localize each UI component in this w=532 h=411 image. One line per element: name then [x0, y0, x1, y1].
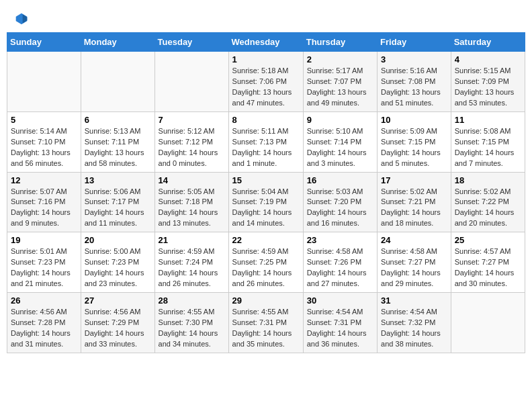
day-number: 4 — [455, 54, 521, 64]
day-info: Sunrise: 5:08 AMSunset: 7:15 PMDaylight:… — [455, 126, 521, 169]
calendar-cell: 20Sunrise: 5:00 AMSunset: 7:23 PMDayligh… — [81, 232, 154, 293]
day-info: Sunrise: 5:03 AMSunset: 7:20 PMDaylight:… — [307, 187, 373, 230]
day-number: 7 — [159, 115, 225, 125]
logo — [13, 12, 31, 26]
day-info: Sunrise: 5:02 AMSunset: 7:21 PMDaylight:… — [381, 187, 447, 230]
calendar-cell — [81, 52, 154, 112]
day-number: 13 — [85, 175, 151, 185]
calendar-week-row: 19Sunrise: 5:01 AMSunset: 7:23 PMDayligh… — [7, 232, 525, 293]
day-number: 10 — [381, 115, 447, 125]
day-info: Sunrise: 5:14 AMSunset: 7:10 PMDaylight:… — [11, 126, 77, 169]
day-number: 31 — [381, 295, 447, 306]
calendar-cell: 5Sunrise: 5:14 AMSunset: 7:10 PMDaylight… — [7, 111, 81, 172]
day-number: 29 — [232, 295, 300, 306]
calendar-cell: 23Sunrise: 4:58 AMSunset: 7:26 PMDayligh… — [303, 232, 377, 293]
day-number: 1 — [232, 54, 300, 64]
calendar-cell: 25Sunrise: 4:57 AMSunset: 7:27 PMDayligh… — [451, 232, 525, 293]
calendar-week-row: 12Sunrise: 5:07 AMSunset: 7:16 PMDayligh… — [7, 172, 525, 232]
calendar-cell: 8Sunrise: 5:11 AMSunset: 7:13 PMDaylight… — [228, 111, 303, 172]
weekday-header-tuesday: Tuesday — [154, 33, 228, 52]
calendar-cell: 15Sunrise: 5:04 AMSunset: 7:19 PMDayligh… — [228, 172, 303, 232]
day-info: Sunrise: 5:18 AMSunset: 7:06 PMDaylight:… — [232, 66, 300, 109]
calendar-cell: 13Sunrise: 5:06 AMSunset: 7:17 PMDayligh… — [81, 172, 154, 232]
calendar-cell: 26Sunrise: 4:56 AMSunset: 7:28 PMDayligh… — [7, 293, 81, 353]
calendar-week-row: 5Sunrise: 5:14 AMSunset: 7:10 PMDaylight… — [7, 111, 525, 172]
calendar-cell: 31Sunrise: 4:54 AMSunset: 7:32 PMDayligh… — [378, 293, 451, 353]
day-info: Sunrise: 5:06 AMSunset: 7:17 PMDaylight:… — [85, 187, 151, 230]
calendar-cell: 19Sunrise: 5:01 AMSunset: 7:23 PMDayligh… — [7, 232, 81, 293]
day-number: 30 — [307, 295, 373, 306]
weekday-header-wednesday: Wednesday — [228, 33, 303, 52]
day-number: 8 — [232, 115, 300, 125]
day-info: Sunrise: 5:05 AMSunset: 7:18 PMDaylight:… — [159, 187, 225, 230]
day-info: Sunrise: 5:17 AMSunset: 7:07 PMDaylight:… — [307, 66, 373, 109]
day-number: 25 — [455, 235, 521, 245]
day-info: Sunrise: 5:00 AMSunset: 7:23 PMDaylight:… — [85, 246, 151, 289]
day-number: 20 — [85, 235, 151, 245]
calendar-week-row: 1Sunrise: 5:18 AMSunset: 7:06 PMDaylight… — [7, 52, 525, 112]
calendar-week-row: 26Sunrise: 4:56 AMSunset: 7:28 PMDayligh… — [7, 293, 525, 353]
day-info: Sunrise: 4:55 AMSunset: 7:31 PMDaylight:… — [232, 307, 300, 350]
day-info: Sunrise: 5:10 AMSunset: 7:14 PMDaylight:… — [307, 126, 373, 169]
day-number: 3 — [381, 54, 447, 64]
day-number: 14 — [159, 175, 225, 185]
calendar-cell: 4Sunrise: 5:15 AMSunset: 7:09 PMDaylight… — [451, 52, 525, 112]
weekday-header-row: SundayMondayTuesdayWednesdayThursdayFrid… — [7, 33, 525, 52]
day-number: 17 — [381, 175, 447, 185]
day-number: 27 — [85, 295, 151, 306]
calendar-cell — [451, 293, 525, 353]
day-number: 11 — [455, 115, 521, 125]
day-number: 22 — [232, 235, 300, 245]
weekday-header-saturday: Saturday — [451, 33, 525, 52]
day-info: Sunrise: 5:11 AMSunset: 7:13 PMDaylight:… — [232, 126, 300, 169]
day-info: Sunrise: 5:04 AMSunset: 7:19 PMDaylight:… — [232, 187, 300, 230]
day-info: Sunrise: 4:57 AMSunset: 7:27 PMDaylight:… — [455, 246, 521, 289]
day-info: Sunrise: 5:15 AMSunset: 7:09 PMDaylight:… — [455, 66, 521, 109]
day-number: 5 — [11, 115, 77, 125]
day-number: 23 — [307, 235, 373, 245]
day-number: 16 — [307, 175, 373, 185]
weekday-header-monday: Monday — [81, 33, 154, 52]
day-number: 6 — [85, 115, 151, 125]
day-number: 24 — [381, 235, 447, 245]
day-number: 28 — [159, 295, 225, 306]
calendar-cell: 16Sunrise: 5:03 AMSunset: 7:20 PMDayligh… — [303, 172, 377, 232]
calendar-cell: 14Sunrise: 5:05 AMSunset: 7:18 PMDayligh… — [154, 172, 228, 232]
day-info: Sunrise: 4:56 AMSunset: 7:28 PMDaylight:… — [11, 307, 77, 350]
calendar-cell: 11Sunrise: 5:08 AMSunset: 7:15 PMDayligh… — [451, 111, 525, 172]
calendar-cell — [154, 52, 228, 112]
calendar-cell: 18Sunrise: 5:02 AMSunset: 7:22 PMDayligh… — [451, 172, 525, 232]
day-number: 18 — [455, 175, 521, 185]
weekday-header-thursday: Thursday — [303, 33, 377, 52]
day-info: Sunrise: 5:16 AMSunset: 7:08 PMDaylight:… — [381, 66, 447, 109]
calendar-cell: 21Sunrise: 4:59 AMSunset: 7:24 PMDayligh… — [154, 232, 228, 293]
day-info: Sunrise: 5:07 AMSunset: 7:16 PMDaylight:… — [11, 187, 77, 230]
page-header — [7, 7, 525, 29]
calendar-cell: 30Sunrise: 4:54 AMSunset: 7:31 PMDayligh… — [303, 293, 377, 353]
weekday-header-friday: Friday — [378, 33, 451, 52]
day-info: Sunrise: 4:58 AMSunset: 7:26 PMDaylight:… — [307, 246, 373, 289]
day-number: 26 — [11, 295, 77, 306]
calendar-cell: 9Sunrise: 5:10 AMSunset: 7:14 PMDaylight… — [303, 111, 377, 172]
calendar-cell: 3Sunrise: 5:16 AMSunset: 7:08 PMDaylight… — [378, 52, 451, 112]
calendar-table: SundayMondayTuesdayWednesdayThursdayFrid… — [7, 32, 525, 353]
calendar-cell: 17Sunrise: 5:02 AMSunset: 7:21 PMDayligh… — [378, 172, 451, 232]
day-info: Sunrise: 5:09 AMSunset: 7:15 PMDaylight:… — [381, 126, 447, 169]
day-number: 9 — [307, 115, 373, 125]
calendar-cell: 12Sunrise: 5:07 AMSunset: 7:16 PMDayligh… — [7, 172, 81, 232]
day-info: Sunrise: 5:01 AMSunset: 7:23 PMDaylight:… — [11, 246, 77, 289]
day-info: Sunrise: 4:59 AMSunset: 7:24 PMDaylight:… — [159, 246, 225, 289]
calendar-cell: 2Sunrise: 5:17 AMSunset: 7:07 PMDaylight… — [303, 52, 377, 112]
day-info: Sunrise: 5:12 AMSunset: 7:12 PMDaylight:… — [159, 126, 225, 169]
day-info: Sunrise: 4:54 AMSunset: 7:32 PMDaylight:… — [381, 307, 447, 350]
day-number: 21 — [159, 235, 225, 245]
logo-icon — [15, 12, 28, 26]
calendar-cell: 27Sunrise: 4:56 AMSunset: 7:29 PMDayligh… — [81, 293, 154, 353]
day-number: 2 — [307, 54, 373, 64]
calendar-cell: 7Sunrise: 5:12 AMSunset: 7:12 PMDaylight… — [154, 111, 228, 172]
calendar-cell: 24Sunrise: 4:58 AMSunset: 7:27 PMDayligh… — [378, 232, 451, 293]
day-info: Sunrise: 4:58 AMSunset: 7:27 PMDaylight:… — [381, 246, 447, 289]
calendar-cell: 22Sunrise: 4:59 AMSunset: 7:25 PMDayligh… — [228, 232, 303, 293]
day-info: Sunrise: 4:59 AMSunset: 7:25 PMDaylight:… — [232, 246, 300, 289]
calendar-cell: 29Sunrise: 4:55 AMSunset: 7:31 PMDayligh… — [228, 293, 303, 353]
